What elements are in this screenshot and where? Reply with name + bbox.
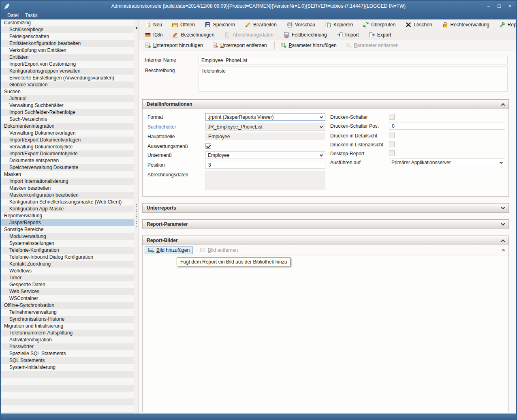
sidebar-group[interactable]: Reportverwaltung xyxy=(1,212,134,219)
menu-tasks[interactable]: Tasks xyxy=(22,12,41,19)
main-toolbar: Neu Öffnen Speichern Bearbeiten Vorschau… xyxy=(139,19,516,51)
button-i18n[interactable]: I18n xyxy=(143,31,164,39)
sidebar-item[interactable]: Verwaltung Dokumentobjekte xyxy=(1,144,134,150)
button-import[interactable]: Import xyxy=(335,31,361,39)
drucken-schalter-pos-input[interactable]: 0 xyxy=(389,122,505,130)
button-export[interactable]: Export xyxy=(367,31,393,39)
sidebar-item[interactable]: Speicherverwaltung Dokumente xyxy=(1,164,134,171)
sidebar-item[interactable]: Konfiguration Schnellerfassungsmaske (We… xyxy=(1,199,134,206)
button-oeffnen[interactable]: Öffnen xyxy=(170,21,197,29)
button-rechteverwaltung[interactable]: Rechteverwaltung xyxy=(440,21,491,29)
divider-collapse-icon[interactable] xyxy=(135,26,137,30)
maximize-button[interactable]: □ xyxy=(495,2,503,10)
sidebar-item[interactable]: System-Initialisierung xyxy=(1,364,134,371)
button-loeschen[interactable]: Löschen xyxy=(404,21,434,29)
split-divider[interactable] xyxy=(134,19,139,414)
sidebar-item[interactable]: Verwaltung Suchbehälter xyxy=(1,102,134,109)
button-unterreport-hinzufuegen[interactable]: Unterreport hinzufügen xyxy=(143,41,205,49)
sidebar-item[interactable]: Import/Export Dokumentvorlagen xyxy=(1,137,134,144)
sidebar-item[interactable]: Import Suchfelder-Reihenfolge xyxy=(1,109,134,116)
sidebar-item[interactable]: Modulverwaltung xyxy=(1,233,134,240)
parameter-entfernen-icon xyxy=(346,42,352,49)
untermenu-select[interactable]: Employee xyxy=(205,151,325,159)
button-reparieren[interactable]: Reparieren xyxy=(498,21,517,29)
auswertungsmenu-checkbox[interactable] xyxy=(205,143,211,149)
sidebar-item[interactable]: Entitätenkonfiguration bearbeiten xyxy=(1,40,134,47)
sidebar-item[interactable]: Dokumente entsperren xyxy=(1,157,134,164)
sidebar-group[interactable]: Customizing xyxy=(1,19,134,26)
button-neu[interactable]: Neu xyxy=(143,21,164,29)
sidebar-item[interactable]: Systemeinstellungen xyxy=(1,240,134,247)
sidebar-item[interactable]: Globale Variablen xyxy=(1,81,134,88)
sidebar-item[interactable]: Passwörter xyxy=(1,343,134,350)
ausfuehren-auf-select[interactable]: Primärer Applikationsserver xyxy=(389,159,505,166)
format-select[interactable]: .jrprint (JasperReports Viewer) xyxy=(205,113,325,121)
sidebar-group[interactable]: Offline-Synchronisation xyxy=(1,302,134,309)
sidebar-item[interactable]: Import Internationalisierung xyxy=(1,178,134,185)
sidebar-group[interactable]: Dokumentenintegration xyxy=(1,123,134,130)
minimize-button[interactable]: – xyxy=(485,2,493,10)
sidebar-item[interactable]: Telefonnummern-Aufsplittung xyxy=(1,330,134,336)
sidebar-item[interactable]: Schlüsselpflege xyxy=(1,26,134,33)
sidebar-item[interactable]: Kontakt Zuordnung xyxy=(1,261,134,268)
position-input[interactable]: 3 xyxy=(205,161,325,169)
button-ueberpruefen[interactable]: Überprüfen xyxy=(361,21,397,29)
section-header-detailinformationen[interactable]: Detailinformationen xyxy=(142,99,509,109)
sidebar-item[interactable]: Erweiterte Einstellungen (Anwendungsvari… xyxy=(1,75,134,81)
sidebar-item[interactable]: Such-Verzeichnis xyxy=(1,116,134,123)
sidebar-item[interactable]: Teilnehmerverwaltung xyxy=(1,309,134,316)
close-button[interactable]: × xyxy=(506,2,514,10)
sidebar-item[interactable]: Verknüpfung von Entitäten xyxy=(1,47,134,54)
button-parameter-entfernen: Parameter entfernen xyxy=(344,41,400,49)
menu-datei[interactable]: Datei xyxy=(4,12,22,19)
sidebar-group[interactable]: Migration und Initialisierung xyxy=(1,323,134,330)
toolbar-overflow-icon[interactable]: » xyxy=(500,247,506,253)
sidebar-item[interactable]: Spezielle SQL Statements xyxy=(1,350,134,357)
sidebar-tree: Customizing Schlüsselpflege Feldeigensch… xyxy=(1,19,134,414)
section-header-report-parameter[interactable]: Report-Parameter xyxy=(142,219,509,229)
sidebar-item[interactable]: Entitäten xyxy=(1,54,134,61)
sidebar-item[interactable]: JasperReports xyxy=(1,219,134,226)
sidebar-item[interactable]: Juhuuu! xyxy=(1,95,134,102)
divider-grip[interactable] xyxy=(136,204,137,227)
beschreibung-textarea[interactable]: Telefonliste xyxy=(199,66,508,92)
button-parameter-hinzufuegen[interactable]: Parameter hinzufügen xyxy=(274,41,338,49)
sidebar-item[interactable]: Aktivitätenmigration xyxy=(1,336,134,343)
button-vorschau[interactable]: Vorschau xyxy=(285,21,317,29)
sidebar-item[interactable]: Feldeigenschaften xyxy=(1,33,134,40)
button-feldberechnung[interactable]: Feldberechnung xyxy=(282,31,329,39)
sidebar-item[interactable]: Synchronisations-Historie xyxy=(1,316,134,323)
sidebar-item[interactable]: Web Services xyxy=(1,288,134,295)
sidebar-item[interactable]: Masken bearbeiten xyxy=(1,185,134,192)
sidebar-item[interactable]: Timer xyxy=(1,274,134,281)
sidebar-group[interactable]: Suchen xyxy=(1,88,134,95)
button-speichern[interactable]: Speichern xyxy=(203,21,237,29)
sidebar-item[interactable]: Import/Export von Customizing xyxy=(1,61,134,68)
drucken-schalter-checkbox[interactable] xyxy=(389,114,395,120)
suchbehaelter-link[interactable]: Suchbehälter xyxy=(147,123,205,130)
button-kopieren[interactable]: Kopieren xyxy=(323,21,355,29)
sidebar-item[interactable]: Konfigurationsgruppen verwalten xyxy=(1,68,134,75)
desktop-report-checkbox[interactable] xyxy=(389,150,395,156)
button-bild-hinzufuegen[interactable]: Bild hinzufügen xyxy=(145,246,193,254)
sidebar-item[interactable]: Telefonie-Inbound Dialog Konfiguration xyxy=(1,254,134,261)
sidebar-item[interactable]: Konfiguration App-Maske xyxy=(1,206,134,212)
sidebar-item[interactable]: Import/Export Dokumentobjekte xyxy=(1,150,134,157)
bild-hinzufuegen-icon xyxy=(148,247,154,253)
suchbehaelter-select[interactable]: JR_Employee_PhoneList xyxy=(205,123,325,131)
section-header-unterreports[interactable]: Unterreports xyxy=(142,203,509,213)
sidebar-item[interactable]: Maskenkonfiguration bearbeiten xyxy=(1,192,134,199)
sidebar-group[interactable]: Sonstige Bereiche xyxy=(1,226,134,233)
sidebar-item[interactable]: Workflows xyxy=(1,268,134,274)
button-bearbeiten[interactable]: Bearbeiten xyxy=(243,21,278,29)
button-unterreport-entfernen[interactable]: Unterreport entfernen xyxy=(210,41,269,49)
sidebar-item[interactable]: Gesperrte Daten xyxy=(1,281,134,288)
sidebar-item[interactable]: Verwaltung Dokumentvorlagen xyxy=(1,130,134,137)
section-header-report-bilder[interactable]: Report-Bilder xyxy=(142,236,509,245)
sidebar-item[interactable]: WSContainer xyxy=(1,295,134,302)
interner-name-field[interactable]: Employee_PhoneList xyxy=(199,56,508,64)
sidebar-item[interactable]: Telefonie-Konfiguration xyxy=(1,247,134,254)
sidebar-item[interactable]: SQL Statements xyxy=(1,357,134,364)
sidebar-group[interactable]: Masken xyxy=(1,171,134,178)
button-bezeichnungen[interactable]: Bezeichnungen xyxy=(171,31,216,39)
